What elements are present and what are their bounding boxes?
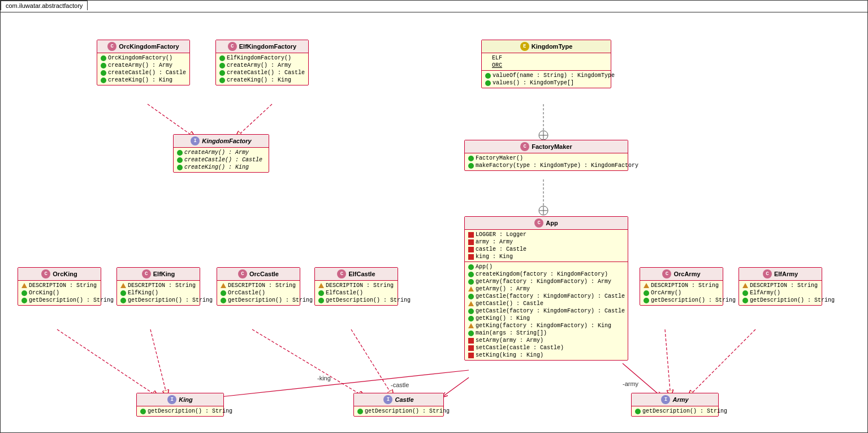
class-name: ElfKing [153, 271, 175, 277]
badge-c: C [142, 269, 151, 278]
member: createCastle() : Castle [218, 69, 306, 76]
member: ElfKing() [119, 289, 197, 297]
member: DESCRIPTION : String [642, 282, 720, 289]
member: createKingdom(factory : KingdomFactory) [467, 271, 625, 278]
class-members: getDescription() : String [137, 406, 223, 416]
class-members: DESCRIPTION : String OrcCastle() getDesc… [217, 281, 300, 305]
class-king: I King getDescription() : String [136, 393, 224, 417]
badge-i: I [191, 136, 200, 145]
svg-line-13 [252, 329, 365, 397]
class-fields: LOGGER : Logger army : Army castle : Cas… [465, 230, 628, 262]
triangle-icon [468, 286, 474, 291]
badge-c: C [662, 269, 671, 278]
class-elfarmy: C ElfArmy DESCRIPTION : String ElfArmy()… [739, 267, 822, 306]
class-header: C ElfCastle [315, 268, 398, 281]
tab-label[interactable]: com.iluwatar.abstractfactory [1, 1, 88, 10]
svg-line-21 [623, 363, 662, 397]
badge-c: C [337, 269, 346, 278]
member: OrcKing() [20, 289, 98, 297]
green-icon [635, 409, 641, 414]
member: ElfKingdomFactory() [218, 54, 306, 62]
class-orccastle: C OrcCastle DESCRIPTION : String OrcCast… [217, 267, 300, 306]
badge-c: C [41, 269, 50, 278]
green-icon [101, 55, 106, 61]
member: OrcKingdomFactory() [100, 54, 187, 62]
class-name: Castle [395, 396, 413, 403]
class-members: DESCRIPTION : String OrcKing() getDescri… [18, 281, 101, 305]
member: getDescription() : String [634, 408, 716, 415]
svg-text:-castle: -castle [391, 381, 409, 388]
svg-point-4 [539, 131, 548, 140]
member: setArmy(army : Army) [467, 337, 625, 344]
green-icon [318, 290, 324, 296]
green-icon [120, 290, 126, 296]
class-name: ElfKingdomFactory [239, 43, 296, 50]
green-icon [468, 163, 474, 169]
member: getDescription() : String [20, 297, 98, 304]
triangle-icon [21, 283, 27, 288]
class-name: OrcArmy [673, 271, 700, 277]
class-army: I Army getDescription() : String [631, 393, 719, 417]
green-icon [21, 298, 27, 303]
svg-line-1 [148, 104, 196, 138]
class-header: I KingdomFactory [174, 135, 269, 148]
badge-e: E [520, 42, 529, 51]
member: setKing(king : King) [467, 351, 625, 359]
class-name: Army [672, 396, 688, 403]
member: getDescription() : String [119, 297, 197, 304]
member: valueOf(name : String) : KingdomType [484, 72, 608, 79]
green-icon [468, 272, 474, 277]
red-sq-icon [468, 254, 474, 260]
green-icon [221, 298, 226, 303]
red-sq-icon [468, 338, 474, 344]
green-icon [120, 298, 126, 303]
class-elfcastle: C ElfCastle DESCRIPTION : String ElfCast… [314, 267, 398, 306]
class-orckingdomfactory: C OrcKingdomFactory OrcKingdomFactory() … [97, 40, 190, 85]
member: DESCRIPTION : String [317, 282, 395, 289]
enum-values: ELF ORC [482, 53, 611, 71]
green-icon [101, 63, 106, 68]
green-icon [468, 156, 474, 161]
class-members: FactoryMaker() makeFactory(type : Kingdo… [465, 153, 628, 170]
badge-c: C [520, 142, 529, 151]
green-icon [177, 157, 183, 163]
class-members: getDescription() : String [354, 406, 443, 416]
svg-line-14 [351, 329, 394, 397]
class-members: ElfKingdomFactory() createArmy() : Army … [216, 53, 308, 85]
class-factorymaker: C FactoryMaker FactoryMaker() makeFactor… [464, 140, 628, 171]
member: ELF [484, 54, 608, 62]
green-icon [468, 294, 474, 299]
green-icon [468, 308, 474, 314]
green-icon [468, 331, 474, 336]
class-header: C ElfKing [117, 268, 200, 281]
svg-line-16 [688, 329, 755, 397]
green-icon [644, 290, 649, 296]
class-app: C App LOGGER : Logger army : Army castle… [464, 216, 628, 361]
triangle-icon [318, 283, 324, 288]
member: values() : KingdomType[] [484, 79, 608, 87]
member: createArmy() : Army [218, 62, 306, 69]
member: FactoryMaker() [467, 155, 625, 162]
class-members: OrcKingdomFactory() createArmy() : Army … [97, 53, 189, 85]
svg-text:-king: -king [317, 375, 331, 381]
member: App() [467, 263, 625, 271]
class-header: C FactoryMaker [465, 140, 628, 153]
svg-line-12 [150, 329, 167, 397]
red-sq-icon [468, 353, 474, 358]
member: getCastle(factory : KingdomFactory) : Ca… [467, 307, 625, 315]
class-kingdomfactory: I KingdomFactory createArmy() : Army cre… [173, 134, 269, 173]
member: createKing() : King [218, 76, 306, 84]
red-sq-icon [468, 247, 474, 252]
class-name: ElfArmy [774, 271, 798, 277]
badge-i: I [383, 395, 392, 404]
class-header: I Army [632, 393, 718, 406]
triangle-icon [120, 283, 126, 288]
member: DESCRIPTION : String [20, 282, 98, 289]
triangle-icon [468, 323, 474, 328]
badge-c: C [107, 42, 116, 51]
class-name: KingdomType [532, 43, 573, 50]
member: king : King [467, 253, 625, 260]
class-members: createArmy() : Army createCastle() : Cas… [174, 148, 269, 172]
member: getDescription() : String [642, 297, 720, 304]
member: createArmy() : Army [100, 62, 187, 69]
